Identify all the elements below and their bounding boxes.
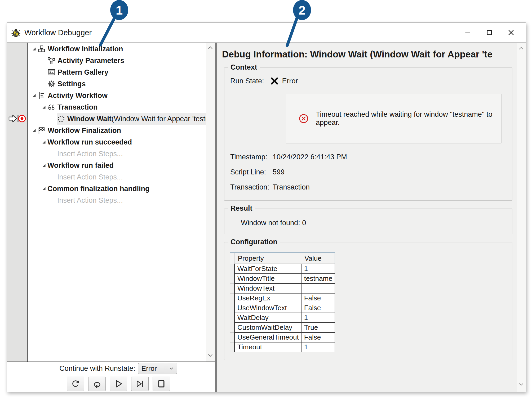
result-groupbox: Result Window not found: 0 [224, 209, 512, 234]
value-cell[interactable]: 1 [301, 264, 335, 274]
property-cell: WaitForState [234, 264, 301, 274]
workflow-debugger-window: Workflow Debugger [7, 22, 526, 392]
tree-item-activity-workflow[interactable]: Activity Workflow [28, 90, 206, 101]
restart-button[interactable] [67, 377, 84, 391]
minimize-button[interactable] [457, 25, 478, 40]
tree-item-content[interactable]: Settings [47, 80, 86, 88]
expander-icon[interactable] [41, 187, 47, 191]
scroll-up-icon[interactable] [207, 45, 214, 52]
tree-item-workflow-finalization[interactable]: Workflow Finalization [28, 125, 206, 136]
debug-panel-scrollbar[interactable] [517, 43, 526, 392]
tree-item-label: Insert Action Steps... [57, 173, 123, 181]
value-cell[interactable] [301, 283, 335, 293]
tree-item-content[interactable]: Activity Workflow [38, 92, 108, 100]
run-state-row: Run State: Error [230, 77, 507, 85]
tree-item-content[interactable]: Workflow run succeeded [47, 138, 132, 146]
tree-item-content[interactable]: Transaction [47, 103, 98, 111]
repeat-icon [92, 379, 102, 389]
config-row-waitdelay: WaitDelay1 [230, 313, 335, 323]
tree-item-insert-action-steps[interactable]: Insert Action Steps... [28, 171, 206, 183]
expander-icon[interactable] [41, 163, 47, 168]
tree-item-common-finalization-handling[interactable]: Common finalization handling [28, 183, 206, 195]
tree-item-label: Window Wait [67, 115, 112, 123]
value-cell[interactable]: 1 [301, 313, 335, 323]
tree-item-label: Insert Action Steps... [57, 150, 123, 158]
close-button[interactable] [500, 25, 522, 40]
value-cell[interactable]: False [301, 332, 335, 342]
expander-icon[interactable] [31, 47, 38, 51]
tree-item-insert-action-steps[interactable]: Insert Action Steps... [28, 195, 206, 206]
expander-icon[interactable] [31, 128, 38, 133]
property-cell: UseWindowText [234, 303, 301, 313]
tree-item-window-wait[interactable]: Window Wait (Window Wait for Appear 'tes… [28, 113, 206, 125]
configuration-legend: Configuration [228, 238, 280, 246]
property-cell: CustomWaitDelay [234, 323, 301, 332]
tree-item-activity-parameters[interactable]: Activity Parameters [28, 55, 206, 66]
value-cell[interactable]: False [301, 293, 335, 303]
panel-splitter[interactable] [215, 43, 217, 392]
tree-item-content[interactable]: Workflow run failed [47, 161, 114, 170]
row-header-cell[interactable] [230, 293, 234, 303]
tree-item-content[interactable]: Insert Action Steps... [57, 196, 123, 205]
tree-item-content[interactable]: Common finalization handling [47, 185, 149, 193]
debug-info-content: Debug Information: Window Wait (Window W… [217, 43, 517, 392]
expander-icon[interactable] [41, 105, 47, 109]
expander-icon[interactable] [41, 140, 47, 144]
stop-button[interactable] [153, 377, 170, 391]
property-column-header[interactable]: Property [234, 253, 301, 264]
scroll-down-icon[interactable] [518, 382, 524, 388]
row-header-cell[interactable] [230, 323, 234, 332]
tree-item-content[interactable]: Insert Action Steps... [57, 173, 123, 181]
current-step-breakpoint-icon[interactable] [8, 113, 26, 125]
transaction-value: Transaction [273, 183, 310, 191]
stop-icon [156, 379, 167, 389]
tree-item-insert-action-steps[interactable]: Insert Action Steps... [28, 148, 206, 160]
run-button[interactable] [110, 377, 127, 391]
tree-item-content[interactable]: Insert Action Steps... [57, 150, 123, 158]
value-column-header[interactable]: Value [301, 253, 335, 264]
tree-item-content[interactable]: Workflow Finalization [38, 127, 121, 135]
timestamp-row: Timestamp: 10/24/2022 6:41:43 PM [230, 153, 506, 161]
value-cell[interactable]: testname [301, 274, 335, 283]
workflow-tree: Workflow InitializationActivity Paramete… [28, 43, 206, 362]
tree-item-content[interactable]: Workflow Initialization [38, 45, 123, 53]
row-header-cell[interactable] [230, 264, 234, 274]
value-cell[interactable]: 1 [301, 342, 335, 352]
repeat-button[interactable] [88, 377, 106, 391]
value-cell[interactable]: True [301, 323, 335, 332]
expander-icon[interactable] [31, 93, 38, 98]
row-header-cell[interactable] [230, 313, 234, 323]
runstate-dropdown[interactable]: Error [138, 363, 177, 374]
debugger-buttons [67, 377, 170, 391]
transaction-label: Transaction: [230, 183, 273, 191]
breakpoint-gutter[interactable] [7, 43, 28, 362]
tree-item-workflow-run-succeeded[interactable]: Workflow run succeeded [28, 136, 206, 148]
quotes-icon [47, 103, 57, 111]
value-cell[interactable]: False [301, 303, 335, 313]
tree-item-pattern-gallery[interactable]: Pattern Gallery [28, 66, 206, 78]
tree-item-settings[interactable]: Settings [28, 78, 206, 90]
maximize-button[interactable] [478, 25, 500, 40]
tree-item-workflow-initialization[interactable]: Workflow Initialization [28, 43, 206, 55]
row-header-cell[interactable] [230, 283, 234, 293]
tree-item-content[interactable]: Activity Parameters [47, 57, 124, 65]
config-row-usewindowtext: UseWindowTextFalse [230, 303, 335, 313]
step-button[interactable] [131, 377, 149, 391]
selected-tree-item-content[interactable]: Window Wait (Window Wait for Appear 'tes… [57, 113, 206, 125]
chevron-down-icon [169, 366, 174, 371]
scroll-up-icon[interactable] [518, 46, 524, 52]
tree-item-label: Settings [57, 80, 86, 88]
scroll-down-icon[interactable] [207, 353, 214, 359]
tree-item-workflow-run-failed[interactable]: Workflow run failed [28, 160, 206, 171]
window-body: Workflow InitializationActivity Paramete… [7, 43, 526, 392]
row-header-cell[interactable] [230, 342, 234, 352]
row-header-cell[interactable] [230, 274, 234, 283]
tree-item-transaction[interactable]: Transaction [28, 101, 206, 113]
property-cell: Timeout [234, 342, 301, 352]
property-cell: WindowTitle [234, 274, 301, 283]
row-header-cell[interactable] [230, 332, 234, 342]
tree-scrollbar[interactable] [206, 43, 215, 362]
left-pane: Workflow InitializationActivity Paramete… [7, 43, 215, 392]
tree-item-content[interactable]: Pattern Gallery [47, 68, 108, 76]
row-header-cell[interactable] [230, 303, 234, 313]
